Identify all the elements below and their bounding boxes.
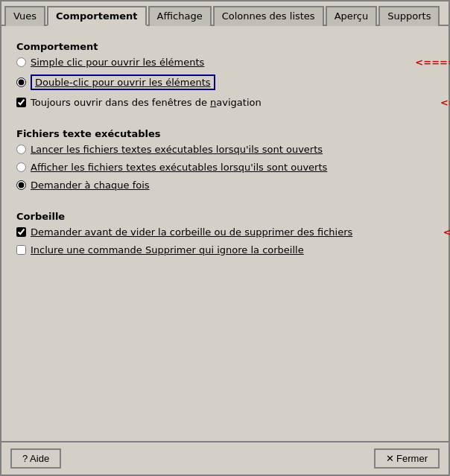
radio-launch-exec[interactable] (16, 145, 26, 154)
annotation-4: <=== 4 (443, 226, 450, 238)
radio-single-click[interactable] (16, 57, 26, 67)
tab-colonnes[interactable]: Colonnes des listes (213, 6, 324, 26)
label-include-delete[interactable]: Inclure une commande Supprimer qui ignor… (31, 244, 304, 256)
label-double-click[interactable]: Double-clic pour ouvrir les éléments (31, 74, 215, 90)
checkbox-confirm-empty[interactable] (16, 227, 26, 237)
tab-bar: Vues Comportement Affichage Colonnes des… (1, 1, 449, 26)
tab-apercu[interactable]: Aperçu (326, 6, 378, 26)
section-comportement: Comportement Simple clic pour ouvrir les… (16, 38, 434, 115)
option-confirm-empty: Demander avant de vider la corbeille ou … (16, 226, 352, 238)
label-single-click[interactable]: Simple clic pour ouvrir les éléments (31, 57, 204, 68)
label-display-exec[interactable]: Afficher les fichiers textes exécutables… (31, 162, 327, 173)
content-area: Comportement Simple clic pour ouvrir les… (1, 26, 449, 441)
section-title-fichiers: Fichiers texte exécutables (16, 128, 434, 139)
tab-comportement[interactable]: Comportement (47, 6, 147, 26)
label-confirm-empty[interactable]: Demander avant de vider la corbeille ou … (31, 226, 352, 238)
tab-affichage[interactable]: Affichage (148, 6, 212, 26)
option-nav-windows: Toujours ouvrir dans des fenêtres de nav… (16, 97, 262, 108)
option-launch-exec: Lancer les fichiers textes exécutables l… (16, 144, 323, 155)
annotation-2: <============= 2 (440, 97, 450, 108)
radio-ask-each[interactable] (16, 180, 26, 190)
label-ask-each[interactable]: Demander à chaque fois (31, 180, 150, 191)
main-window: Vues Comportement Affichage Colonnes des… (0, 0, 450, 476)
option-ask-each: Demander à chaque fois (16, 180, 150, 191)
option-single-click: Simple clic pour ouvrir les éléments (16, 57, 204, 68)
section-corbeille: Corbeille Demander avant de vider la cor… (16, 208, 434, 262)
help-button[interactable]: ? Aide (10, 448, 61, 469)
checkbox-nav-windows[interactable] (16, 98, 26, 107)
label-launch-exec[interactable]: Lancer les fichiers textes exécutables l… (31, 144, 323, 155)
option-include-delete: Inclure une commande Supprimer qui ignor… (16, 244, 304, 256)
option-display-exec: Afficher les fichiers textes exécutables… (16, 162, 327, 173)
radio-double-click[interactable] (16, 77, 26, 87)
tab-supports[interactable]: Supports (378, 6, 440, 26)
annotation-1: <================= 1 (415, 57, 450, 68)
tab-vues[interactable]: Vues (4, 6, 45, 26)
label-nav-windows[interactable]: Toujours ouvrir dans des fenêtres de nav… (31, 97, 262, 108)
close-button[interactable]: ✕ Fermer (374, 448, 440, 469)
radio-display-exec[interactable] (16, 162, 26, 172)
option-double-click: Double-clic pour ouvrir les éléments (16, 74, 215, 90)
checkbox-include-delete[interactable] (16, 245, 26, 255)
section-title-comportement: Comportement (16, 41, 434, 52)
section-fichiers: Fichiers texte exécutables Lancer les fi… (16, 125, 434, 197)
footer: ? Aide ✕ Fermer (1, 441, 449, 475)
section-title-corbeille: Corbeille (16, 211, 434, 222)
